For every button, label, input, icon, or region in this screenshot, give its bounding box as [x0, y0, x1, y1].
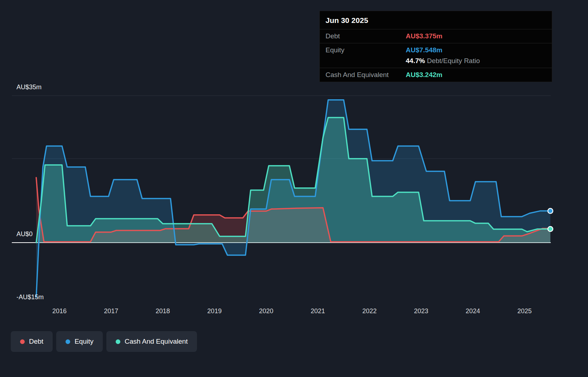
- tooltip-debt-value: AU$3.375m: [406, 32, 442, 40]
- tooltip-debt-label: Debt: [326, 32, 406, 40]
- x-axis-label: 2022: [359, 307, 380, 315]
- x-axis-label: 2019: [204, 307, 225, 315]
- x-axis-label: 2020: [255, 307, 277, 315]
- debt-dot-icon: [20, 339, 25, 344]
- y-axis-label: AU$35m: [16, 83, 42, 91]
- tooltip-cash-value: AU$3.242m: [406, 71, 442, 79]
- chart-page: AU$35mAU$0-AU$15m 2016201720182019202020…: [0, 0, 588, 377]
- x-axis-label: 2025: [514, 307, 535, 315]
- x-axis: 2016201720182019202020212022202320242025: [0, 307, 588, 318]
- legend-item-cash[interactable]: Cash And Equivalent: [106, 331, 197, 352]
- legend-item-debt[interactable]: Debt: [11, 331, 53, 352]
- tooltip-row-equity: Equity AU$7.548m: [320, 43, 552, 57]
- tooltip-row-ratio: 44.7% Debt/Equity Ratio: [320, 57, 552, 68]
- x-axis-label: 2016: [49, 307, 70, 315]
- tooltip-row-debt: Debt AU$3.375m: [320, 29, 552, 43]
- x-axis-label: 2021: [307, 307, 329, 315]
- legend-cash-label: Cash And Equivalent: [125, 338, 188, 345]
- x-axis-label: 2024: [462, 307, 483, 315]
- cash-dot-icon: [116, 339, 120, 344]
- equity-dot-icon: [66, 339, 70, 344]
- legend-item-equity[interactable]: Equity: [56, 331, 103, 352]
- tooltip-ratio-value: 44.7% Debt/Equity Ratio: [406, 57, 480, 65]
- tooltip-date: Jun 30 2025: [320, 11, 552, 29]
- tooltip-equity-label: Equity: [326, 46, 406, 54]
- legend-debt-label: Debt: [29, 338, 43, 345]
- chart-legend: Debt Equity Cash And Equivalent: [11, 331, 197, 352]
- legend-equity-label: Equity: [74, 338, 93, 345]
- y-axis-label: -AU$15m: [16, 294, 44, 301]
- tooltip-cash-label: Cash And Equivalent: [326, 71, 406, 79]
- x-axis-label: 2017: [100, 307, 122, 315]
- tooltip-row-cash: Cash And Equivalent AU$3.242m: [320, 68, 552, 82]
- y-axis-label: AU$0: [16, 230, 33, 238]
- x-axis-label: 2018: [152, 307, 174, 315]
- tooltip-equity-value: AU$7.548m: [406, 46, 442, 54]
- chart-tooltip: Jun 30 2025 Debt AU$3.375m Equity AU$7.5…: [319, 11, 552, 82]
- x-axis-label: 2023: [410, 307, 432, 315]
